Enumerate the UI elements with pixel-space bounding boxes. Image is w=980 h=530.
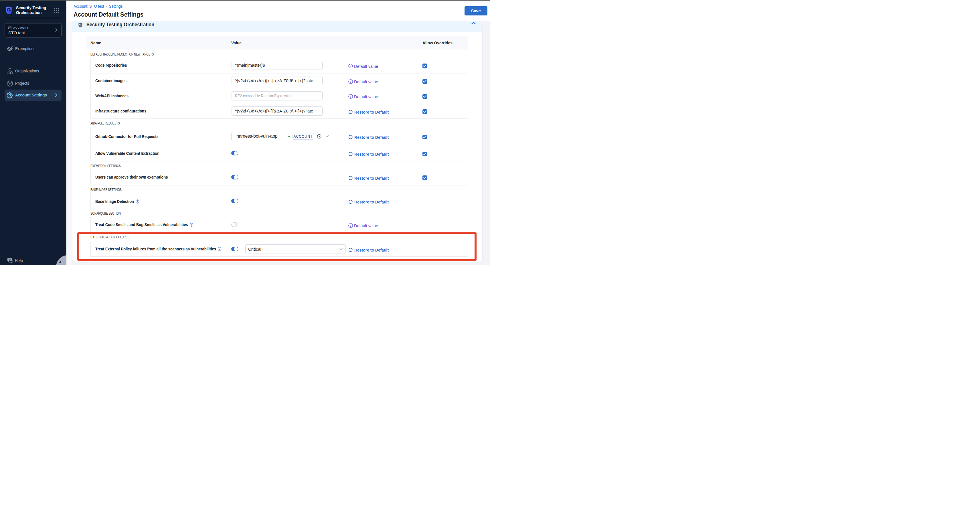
svg-text:i: i: [350, 64, 351, 68]
svg-text:i: i: [350, 80, 351, 83]
svg-text:?: ?: [9, 258, 11, 261]
svg-text:i: i: [350, 95, 351, 98]
svg-text:i: i: [350, 223, 351, 227]
